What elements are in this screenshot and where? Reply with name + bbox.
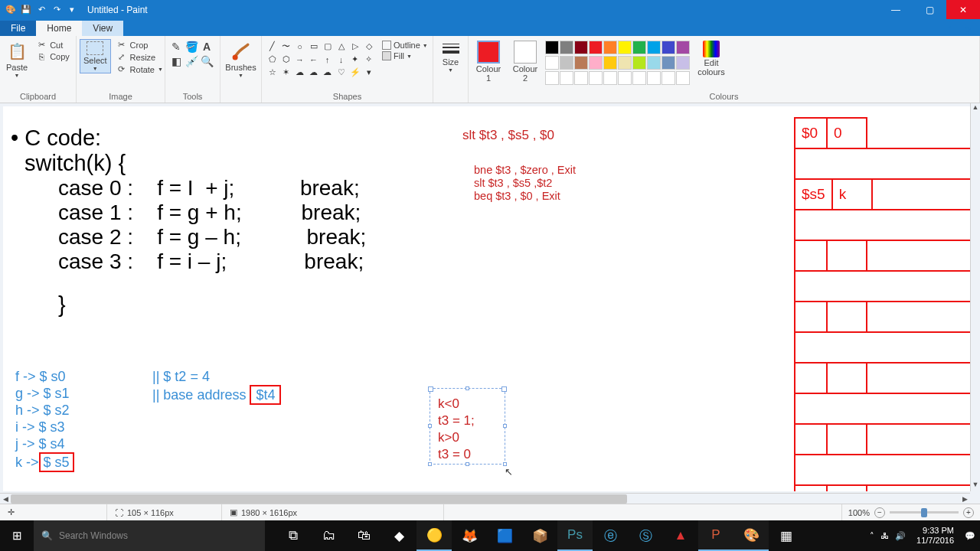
- palette-swatch[interactable]: [676, 41, 690, 54]
- select-button[interactable]: Select ▼: [80, 39, 111, 73]
- firefox-icon[interactable]: 🦊: [452, 520, 487, 551]
- palette-swatch[interactable]: [545, 56, 559, 70]
- palette-swatch[interactable]: [589, 41, 603, 54]
- volume-icon[interactable]: 🔊: [895, 531, 906, 541]
- palette-swatch[interactable]: [545, 41, 559, 54]
- horizontal-scrollbar[interactable]: ◀ ▶: [0, 493, 970, 504]
- size-icon: [439, 41, 462, 57]
- palette-swatch[interactable]: [603, 56, 617, 70]
- palette-swatch[interactable]: [545, 71, 559, 85]
- size-button[interactable]: Size ▼: [436, 39, 466, 74]
- palette-swatch[interactable]: [574, 56, 588, 70]
- copy-button[interactable]: ⎘Copy: [34, 51, 72, 62]
- scroll-down-icon[interactable]: ▼: [971, 481, 980, 491]
- clock[interactable]: 9:33 PM 11/7/2016: [912, 526, 959, 546]
- palette-swatch[interactable]: [589, 56, 603, 70]
- palette-swatch[interactable]: [662, 41, 675, 54]
- tray-chevron-icon[interactable]: ˄: [870, 531, 874, 541]
- palette-swatch[interactable]: [603, 41, 617, 54]
- pencil-tool-icon[interactable]: ✎: [170, 41, 182, 53]
- palette-swatch[interactable]: [574, 71, 588, 85]
- scroll-thumb[interactable]: [11, 494, 627, 504]
- palette-swatch[interactable]: [632, 56, 646, 70]
- powerpoint-icon[interactable]: P: [698, 520, 733, 551]
- zoom-slider[interactable]: [890, 511, 959, 514]
- fill-tool-icon[interactable]: 🪣: [185, 41, 198, 53]
- app2-icon[interactable]: 📦: [522, 520, 557, 551]
- zoom-out-button[interactable]: −: [874, 507, 885, 518]
- picker-tool-icon[interactable]: 💉: [185, 55, 198, 67]
- qat-save-icon[interactable]: 💾: [20, 4, 32, 16]
- scroll-right-icon[interactable]: ▶: [959, 494, 970, 504]
- palette-swatch[interactable]: [662, 71, 675, 85]
- palette-swatch[interactable]: [662, 56, 675, 70]
- vertical-scrollbar[interactable]: ▲ ▼: [970, 103, 980, 491]
- colour1-button[interactable]: Colour 1: [472, 39, 505, 84]
- qat-undo-icon[interactable]: ↶: [35, 4, 47, 16]
- palette-swatch[interactable]: [603, 71, 617, 85]
- photoshop-icon[interactable]: Ps: [557, 520, 593, 551]
- palette-swatch[interactable]: [574, 41, 588, 54]
- edit-colours-button[interactable]: Edit colours: [693, 39, 730, 78]
- minimize-button[interactable]: —: [879, 0, 913, 19]
- skype-icon[interactable]: Ⓢ: [628, 520, 663, 551]
- help-icon[interactable]: ?: [962, 24, 974, 36]
- paste-button[interactable]: 📋 Paste ▼: [3, 39, 31, 80]
- zoom-in-button[interactable]: +: [963, 507, 974, 518]
- tab-view[interactable]: View: [82, 21, 123, 36]
- palette-swatch[interactable]: [618, 71, 632, 85]
- maximize-button[interactable]: ▢: [913, 0, 946, 19]
- paint-icon[interactable]: 🎨: [733, 520, 769, 551]
- explorer-icon[interactable]: 🗂: [311, 520, 346, 551]
- palette-swatch[interactable]: [560, 41, 573, 54]
- outline-button[interactable]: Outline ▼: [382, 41, 428, 50]
- group-image: Select ▼ ✂Crop ⤢Resize ⟳Rotate ▼ Image: [77, 36, 165, 103]
- palette-swatch[interactable]: [560, 71, 573, 85]
- text-tool-icon[interactable]: A: [201, 41, 213, 53]
- palette-swatch[interactable]: [618, 41, 632, 54]
- zoom-tool-icon[interactable]: 🔍: [201, 55, 213, 67]
- start-button[interactable]: ⊞: [0, 520, 34, 551]
- qat-custom-icon[interactable]: ▾: [66, 4, 78, 16]
- tab-file[interactable]: File: [0, 21, 36, 36]
- qat-redo-icon[interactable]: ↷: [51, 4, 63, 16]
- taskbar: ⊞ 🔍 Search Windows ⧉ 🗂 🛍 ◆ 🟡 🦊 🟦 📦 Ps ⓔ …: [0, 520, 980, 551]
- colour2-button[interactable]: Colour 2: [508, 39, 542, 84]
- app3-icon[interactable]: ▦: [769, 520, 804, 551]
- notifications-icon[interactable]: 💬: [965, 531, 975, 541]
- palette-swatch[interactable]: [632, 71, 646, 85]
- palette-swatch[interactable]: [618, 56, 632, 70]
- colour-palette[interactable]: [545, 39, 690, 86]
- close-button[interactable]: ✕: [946, 0, 980, 19]
- crop-button[interactable]: ✂Crop: [114, 39, 165, 51]
- resize-button[interactable]: ⤢Resize: [114, 51, 165, 63]
- eraser-tool-icon[interactable]: ◧: [170, 55, 182, 67]
- palette-swatch[interactable]: [647, 41, 661, 54]
- palette-swatch[interactable]: [560, 56, 573, 70]
- palette-swatch[interactable]: [647, 71, 661, 85]
- shapes-gallery[interactable]: ╱〜○▭▢△▷◇ ⬠⬡→←↑↓✦✧ ☆✶☁☁☁♡⚡▾: [265, 39, 376, 80]
- tab-home[interactable]: Home: [36, 21, 82, 36]
- palette-swatch[interactable]: [676, 56, 690, 70]
- brushes-button[interactable]: Brushes ▼: [222, 39, 259, 80]
- ie-icon[interactable]: ⓔ: [593, 520, 628, 551]
- palette-swatch[interactable]: [632, 41, 646, 54]
- fill-button[interactable]: Fill ▼: [382, 51, 428, 60]
- palette-swatch[interactable]: [647, 56, 661, 70]
- scroll-left-icon[interactable]: ◀: [0, 494, 11, 504]
- palette-swatch[interactable]: [676, 71, 690, 85]
- store-icon[interactable]: 🛍: [346, 520, 381, 551]
- cut-button[interactable]: ✂Cut: [34, 39, 72, 51]
- search-input[interactable]: 🔍 Search Windows: [34, 520, 265, 551]
- canvas[interactable]: • C code: switch(k) { case 0 : f = I + j…: [3, 106, 971, 491]
- chrome-icon[interactable]: 🟡: [416, 520, 452, 551]
- palette-swatch[interactable]: [589, 71, 603, 85]
- rotate-button[interactable]: ⟳Rotate ▼: [114, 64, 165, 75]
- network-icon[interactable]: 🖧: [880, 531, 889, 540]
- app1-icon[interactable]: 🟦: [487, 520, 522, 551]
- taskview-icon[interactable]: ⧉: [276, 520, 311, 551]
- vs-icon[interactable]: ◆: [381, 520, 416, 551]
- scroll-up-icon[interactable]: ▲: [971, 103, 980, 114]
- ribbon-minimise-icon[interactable]: ˄: [943, 24, 956, 36]
- acrobat-icon[interactable]: ▲: [663, 520, 698, 551]
